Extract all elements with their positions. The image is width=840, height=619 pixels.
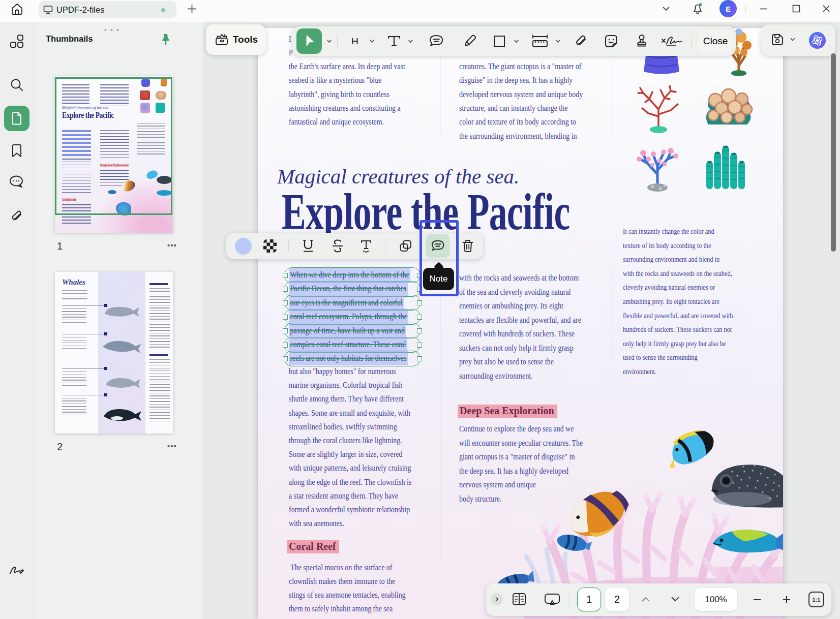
- thumb2-menu[interactable]: •••: [167, 442, 177, 450]
- pin-icon[interactable]: [160, 33, 171, 45]
- ink-signature-icon[interactable]: [9, 562, 25, 578]
- highlight-tool-button[interactable]: [343, 26, 367, 56]
- doc-text-line: our eyes is the magnificent and colorful: [289, 296, 404, 310]
- presentation-mode-icon[interactable]: [543, 591, 561, 607]
- doc-text-line: will encounter some peculiar creatures. …: [459, 436, 583, 450]
- doc-text-line: structure, and can instantly change the: [459, 101, 567, 115]
- pdf-page-1[interactable]: Magical creatures of the sea. Explore th…: [258, 28, 783, 619]
- expand-bar-button[interactable]: [491, 593, 503, 605]
- next-page-chevron[interactable]: [668, 595, 682, 604]
- attachments-icon[interactable]: [9, 209, 25, 225]
- document-viewport: Magical creatures of the sea. Explore th…: [202, 22, 840, 619]
- pen-tool-button[interactable]: [457, 26, 483, 56]
- bookmark-icon[interactable]: [9, 143, 25, 159]
- home-icon[interactable]: [10, 2, 24, 16]
- doc-text-line: but also "happy homes" for numerous: [289, 364, 396, 379]
- doc-text-line: labyrinth", giving birth to countless: [289, 87, 389, 102]
- reading-mode-icon[interactable]: [511, 591, 528, 607]
- doc-text-line: shuttle among them. They have different: [289, 392, 404, 406]
- comments-icon[interactable]: [9, 174, 25, 190]
- text-tool-button[interactable]: [383, 26, 405, 56]
- doc-text-line: body structure.: [459, 492, 502, 506]
- doc-text-line: with sea anemones.: [289, 516, 344, 531]
- measure-tool-button[interactable]: [527, 26, 553, 56]
- toolbar-collapse-chevron[interactable]: [662, 6, 670, 12]
- strikethrough-button[interactable]: [326, 233, 349, 259]
- measure-tool-chevron[interactable]: [553, 26, 563, 56]
- doc-text-line: streamlined bodies, swiftly swimming: [289, 420, 397, 434]
- thumbnail-viewport-indicator: [55, 77, 172, 215]
- avatar[interactable]: E: [719, 0, 737, 17]
- doc-text-line: only help it firmly grasp prey but also …: [623, 336, 726, 351]
- coral-teal-tubes: [706, 146, 745, 190]
- annotation-toolbar: Close: [292, 26, 736, 56]
- panel-drag-handle[interactable]: • • •: [104, 26, 120, 34]
- grid-view-icon[interactable]: [9, 33, 25, 49]
- doc-text-line: through the coral clusters like lightnin…: [289, 434, 402, 448]
- opacity-checker[interactable]: [260, 233, 280, 259]
- highlight-tool-chevron[interactable]: [367, 26, 377, 56]
- underline-button[interactable]: [296, 233, 320, 259]
- zoom-out-button[interactable]: [749, 594, 765, 606]
- stamp-tool-button[interactable]: [629, 26, 654, 56]
- doc-text-line: creatures. The giant octopus is a "maste…: [459, 59, 581, 74]
- tools-button[interactable]: Tools: [206, 24, 266, 55]
- new-tab-button[interactable]: [186, 3, 198, 15]
- thumbnail-page-1[interactable]: Magical creatures of the sea. Explore th…: [55, 76, 173, 233]
- thumbnail-page-2[interactable]: Whales: [55, 272, 173, 434]
- doc-text-line: environment.: [623, 364, 656, 379]
- doc-text-line: seabed is like a mysterious "blue: [289, 73, 381, 87]
- doc-text-line: developed nervous system and unique body: [459, 87, 583, 102]
- doc-text-line: texture of its body according to the: [623, 238, 711, 253]
- attach-tool-button[interactable]: [568, 26, 593, 56]
- doc-text-line: disguise" in the deep sea. It has a high…: [459, 73, 573, 87]
- vertical-scrollbar[interactable]: [831, 53, 836, 252]
- doc-text-line: complex coral reef structure. These cora…: [289, 337, 407, 352]
- minimize-button[interactable]: [752, 0, 775, 17]
- page-1-button[interactable]: 1: [577, 587, 601, 611]
- close-window-button[interactable]: [815, 0, 838, 17]
- save-icon[interactable]: [770, 33, 785, 47]
- doc-text-line: the Earth's surface area. Its deep and v…: [289, 59, 405, 74]
- page-1-label: 1: [586, 594, 592, 605]
- actual-size-button[interactable]: 1:1: [808, 592, 824, 607]
- comment-tool-button[interactable]: [424, 26, 449, 56]
- document-tab[interactable]: UPDF-2-files: [39, 1, 176, 18]
- shape-tool-button[interactable]: [488, 26, 511, 56]
- text-tool-chevron[interactable]: [405, 26, 415, 56]
- ai-assistant-icon[interactable]: [809, 32, 826, 49]
- monitor-icon: [43, 5, 53, 14]
- maximize-button[interactable]: [785, 0, 808, 17]
- doc-text-line: Pacific Ocean, the first thing that catc…: [289, 282, 408, 296]
- page-2-button[interactable]: 2: [605, 587, 629, 611]
- doc-text-line: a star resident among them. They have: [289, 489, 398, 503]
- previous-page-chevron[interactable]: [639, 595, 653, 604]
- zoom-label: 100%: [705, 595, 727, 605]
- thumb1-menu[interactable]: •••: [167, 241, 177, 250]
- color-swatch[interactable]: [233, 233, 253, 259]
- save-chevron[interactable]: [790, 37, 796, 42]
- sidebar-item-thumbnails[interactable]: [4, 106, 29, 131]
- window-titlebar: UPDF-2-files E: [0, 0, 840, 22]
- select-tool-chevron[interactable]: [324, 26, 334, 56]
- left-icon-rail: [0, 22, 34, 619]
- select-tool-button[interactable]: [296, 28, 322, 54]
- doc-text-line: of the sea and cleverly avoiding natural: [459, 285, 571, 299]
- delete-annotation-button[interactable]: [456, 233, 479, 259]
- toolbox-icon: [214, 33, 229, 47]
- shape-tool-chevron[interactable]: [511, 26, 521, 56]
- zoom-in-button[interactable]: [779, 594, 794, 606]
- close-toolbar-button[interactable]: Close: [698, 28, 733, 54]
- titlebar-divider: [745, 5, 746, 13]
- note-tooltip-label: Note: [430, 274, 448, 284]
- sticker-tool-button[interactable]: [598, 26, 624, 56]
- doc-text-line: The special mucus on the surface of: [289, 561, 392, 575]
- copy-button[interactable]: [394, 233, 417, 259]
- signature-tool-button[interactable]: [657, 26, 686, 56]
- doc-text-line: When we dive deep into the bottom of the: [289, 268, 410, 282]
- search-icon[interactable]: [9, 77, 25, 93]
- squiggly-button[interactable]: [354, 233, 378, 259]
- zoom-level[interactable]: 100%: [695, 588, 737, 611]
- doc-text-line: tentacles are flexible and powerful, and…: [459, 313, 581, 327]
- notification-bell-icon[interactable]: [691, 2, 705, 16]
